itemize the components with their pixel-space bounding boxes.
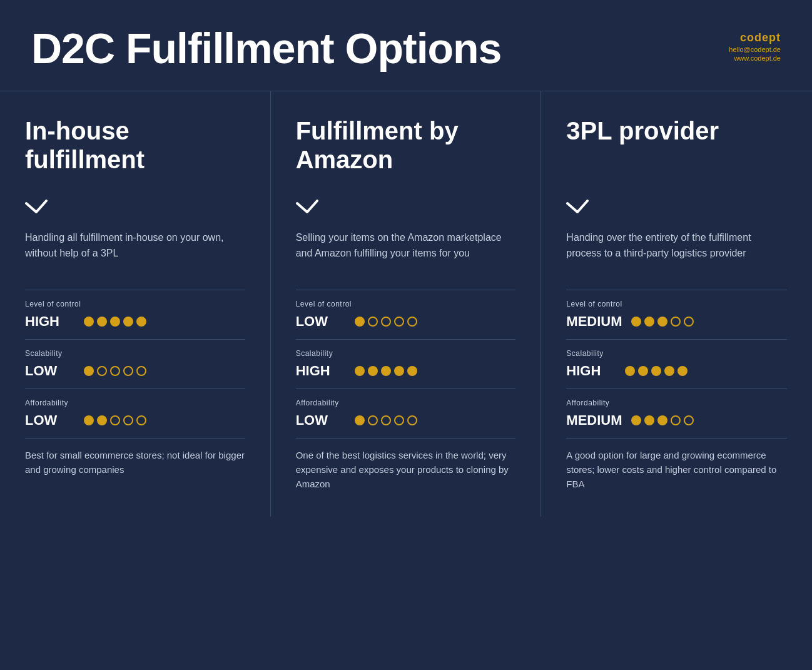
dot-empty [368, 415, 378, 425]
checkmark-icon-inhouse [25, 198, 245, 218]
metric-dots-3pl-0 [631, 317, 694, 327]
metric-value-3pl-2: MEDIUM [566, 412, 622, 429]
divider-fba-2 [296, 388, 516, 389]
metric-label-inhouse-1: Scalability [25, 349, 245, 358]
metric-dots-fba-2 [355, 415, 417, 425]
metric-label-3pl-2: Affordability [566, 398, 787, 407]
metric-dots-3pl-2 [631, 415, 694, 425]
metric-dots-inhouse-0 [84, 317, 146, 327]
dot-empty [394, 317, 404, 327]
column-title-fba: Fulfillment by Amazon [296, 116, 516, 185]
metric-block-fba-0: Level of controlLOW [296, 300, 516, 330]
metric-block-3pl-2: AffordabilityMEDIUM [566, 398, 787, 429]
dot-filled [644, 415, 654, 425]
dot-filled [638, 366, 648, 376]
dot-empty [97, 366, 107, 376]
column-title-3pl: 3PL provider [566, 116, 787, 185]
dot-empty [136, 366, 146, 376]
dot-filled [631, 415, 641, 425]
metric-row-3pl-1: HIGH [566, 363, 787, 379]
divider-3pl-0 [566, 290, 787, 290]
description-inhouse: Handling all fulfillment in-house on you… [25, 230, 245, 277]
divider-fba-final [296, 438, 516, 439]
brand-info: codept hello@codept.de www.codept.de [729, 25, 781, 62]
column-fba: Fulfillment by Amazon Selling your items… [271, 91, 542, 517]
brand-email: hello@codept.de [729, 46, 781, 53]
metric-value-3pl-1: HIGH [566, 363, 616, 379]
metric-row-inhouse-0: HIGH [25, 313, 245, 330]
dot-filled [97, 415, 107, 425]
divider-inhouse-0 [25, 290, 245, 290]
metric-block-fba-1: ScalabilityHIGH [296, 349, 516, 379]
metric-dots-fba-1 [355, 366, 417, 376]
brand-name: codept [740, 31, 781, 44]
metric-label-3pl-1: Scalability [566, 349, 787, 358]
dot-filled [394, 366, 404, 376]
metric-row-inhouse-1: LOW [25, 363, 245, 379]
dot-empty [407, 415, 417, 425]
metric-block-fba-2: AffordabilityLOW [296, 398, 516, 429]
dot-filled [136, 317, 146, 327]
metric-value-inhouse-2: LOW [25, 412, 75, 429]
dot-filled [84, 317, 94, 327]
dot-empty [136, 415, 146, 425]
metric-row-3pl-0: MEDIUM [566, 313, 787, 330]
metric-block-inhouse-2: AffordabilityLOW [25, 398, 245, 429]
metric-dots-inhouse-2 [84, 415, 146, 425]
dot-filled [368, 366, 378, 376]
metric-row-fba-2: LOW [296, 412, 516, 429]
metric-dots-inhouse-1 [84, 366, 146, 376]
metric-value-3pl-0: MEDIUM [566, 313, 622, 330]
metric-label-3pl-0: Level of control [566, 300, 787, 308]
metric-block-3pl-0: Level of controlMEDIUM [566, 300, 787, 330]
metric-label-inhouse-0: Level of control [25, 300, 245, 308]
dot-filled [657, 317, 667, 327]
main-content: In-house fulfillment Handling all fulfil… [0, 91, 812, 517]
dot-filled [631, 317, 641, 327]
checkmark-icon-fba [296, 198, 516, 218]
metric-value-fba-1: HIGH [296, 363, 346, 379]
brand-url: www.codept.de [729, 54, 781, 62]
dot-filled [84, 366, 94, 376]
dot-empty [381, 317, 391, 327]
metric-label-fba-1: Scalability [296, 349, 516, 358]
divider-inhouse-final [25, 438, 245, 439]
dot-filled [110, 317, 120, 327]
dot-filled [664, 366, 674, 376]
dot-filled [625, 366, 635, 376]
divider-fba-1 [296, 339, 516, 340]
dot-filled [381, 366, 391, 376]
metric-block-inhouse-1: ScalabilityLOW [25, 349, 245, 379]
dot-empty [671, 317, 681, 327]
metric-label-fba-2: Affordability [296, 398, 516, 407]
dot-filled [678, 366, 688, 376]
page-title: D2C Fulfillment Options [31, 25, 501, 72]
description-3pl: Handing over the entirety of the fulfill… [566, 230, 787, 277]
dot-filled [657, 415, 667, 425]
divider-3pl-final [566, 438, 787, 439]
dot-filled [97, 317, 107, 327]
dot-filled [123, 317, 133, 327]
metric-row-fba-1: HIGH [296, 363, 516, 379]
dot-empty [123, 415, 133, 425]
column-title-inhouse: In-house fulfillment [25, 116, 245, 185]
dot-filled [355, 366, 365, 376]
dot-empty [381, 415, 391, 425]
divider-fba-0 [296, 290, 516, 290]
metric-value-inhouse-1: LOW [25, 363, 75, 379]
dot-empty [684, 317, 694, 327]
metric-value-fba-2: LOW [296, 412, 346, 429]
dot-filled [407, 366, 417, 376]
footer-note-inhouse: Best for small ecommerce stores; not ide… [25, 448, 245, 477]
checkmark-icon-3pl [566, 198, 787, 218]
divider-3pl-1 [566, 339, 787, 340]
metric-block-3pl-1: ScalabilityHIGH [566, 349, 787, 379]
metric-label-fba-0: Level of control [296, 300, 516, 308]
divider-3pl-2 [566, 388, 787, 389]
metric-dots-fba-0 [355, 317, 417, 327]
column-3pl: 3PL provider Handing over the entirety o… [541, 91, 812, 517]
dot-filled [84, 415, 94, 425]
dot-empty [110, 415, 120, 425]
dot-empty [671, 415, 681, 425]
footer-note-fba: One of the best logistics services in th… [296, 448, 516, 492]
